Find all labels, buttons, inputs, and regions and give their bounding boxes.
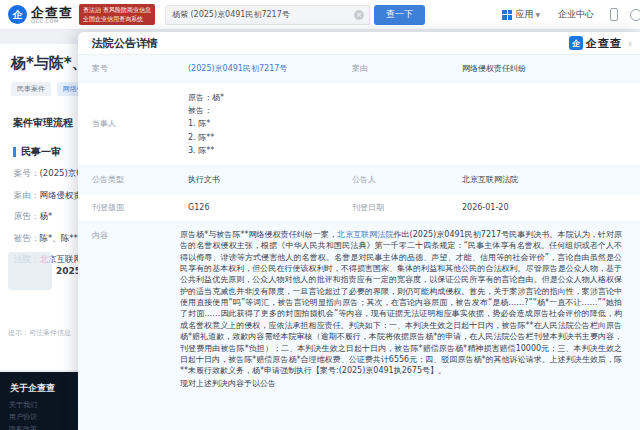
footer-link-terms[interactable]: 用户协议 [9,412,37,422]
footer-title: 关于企查查 [10,382,55,395]
content-label: 内容 [78,222,174,249]
user-avatar-icon[interactable] [630,9,640,21]
row-parties: 当事人 原告：杨* 被告： 1. 陈* 2. 陈** 3. 陈** [78,83,640,166]
court-link[interactable]: 北京互联网法院 [337,230,393,239]
timeline-thumbnail[interactable] [8,252,52,290]
field-plaintiff: 原告：杨* [14,211,52,223]
promo-badge-line1: 查法治 查风险防商业信息 [83,6,151,15]
disclaimer-hint: 提示：司法案件信息 [8,328,71,338]
court-announcement-modal: 法院公告详情 企 企查查 › 案号 (2025)京0491民初7217号 案由 … [78,32,640,430]
content-closing-line: 现对上述判决内容予以公告 [180,378,622,389]
row-type-announcer: 公告类型 执行文书 公告人 北京互联网法院 [78,166,640,194]
type-value: 执行文书 [174,166,338,193]
enterprise-center-link[interactable]: 企业中心 [558,8,594,21]
apps-label: 应用 [515,8,533,21]
page-value: G126 [174,194,338,221]
row-page-date: 刊登版面 G126 刊登日期 2026-01-20 [78,194,640,222]
row-content: 内容 原告杨*与被告陈**网络侵权责任纠纷一案，北京互联网法院作出(2025)京… [78,222,640,430]
chevron-down-icon: ▼ [535,11,540,18]
party-defendant-1: 1. 陈* [188,117,636,130]
cause-label: 案由 [338,55,448,82]
party-plaintiff: 原告：杨* [188,91,636,104]
date-label: 刊登日期 [338,194,448,221]
case-tag-civil[interactable]: 民事案件 [11,82,51,96]
modal-title: 法院公告详情 [92,36,158,51]
logo-text: 企查查 [31,6,73,19]
footer-link-privacy[interactable]: 隐私政策 [9,424,37,430]
mobile-app-icon[interactable] [610,8,618,21]
party-defendant-header: 被告： [188,104,636,117]
content-part1: 原告杨*与被告陈**网络侵权责任纠纷一案， [180,230,337,239]
stage-accent-bar [13,147,16,157]
party-label: 当事人 [78,83,174,165]
qcc-app-icon: 企 [569,36,583,50]
search-input[interactable] [165,5,370,25]
announcer-value: 北京互联网法院 [448,166,640,193]
page-label: 刊登版面 [78,194,174,221]
modal-brand: 企 企查查 › [569,36,632,51]
type-label: 公告类型 [78,166,174,193]
qcc-logo-icon: 企 [8,5,27,24]
party-defendant-3: 3. 陈** [188,144,636,157]
stage-first-instance: 民事一审 [13,145,61,159]
promo-badge: 查法治 查风险防商业信息 全国企业信用查询系统 [79,4,155,25]
brand-name: 企查查 [586,36,622,51]
case-no-link[interactable]: (2025)京0491民初7217号 [188,63,287,74]
cause-value: 网络侵权责任纠纷 [448,55,640,82]
apps-grid-icon [502,10,512,20]
chevron-right-icon[interactable]: › [628,38,632,49]
footer-link-about[interactable]: 关于我们 [9,400,37,410]
case-title: 杨*与陈*、 [11,54,87,73]
announcement-content: 原告杨*与被告陈**网络侵权责任纠纷一案，北京互联网法院作出(2025)京049… [174,222,640,397]
announcer-label: 公告人 [338,166,448,193]
promo-badge-line2: 全国企业信用查询系统 [83,15,151,24]
modal-header: 法院公告详情 企 企查查 › [78,32,640,55]
apps-menu[interactable]: 应用 ▼ [502,8,540,21]
qcc-logo[interactable]: 企 企查查 QCC.COM [8,5,73,24]
party-defendant-2: 2. 陈** [188,131,636,144]
top-navbar: 企 企查查 QCC.COM 查法治 查风险防商业信息 全国企业信用查询系统 × … [0,0,640,30]
case-no-label: 案号 [78,55,174,82]
search-button[interactable]: 查一下 [374,5,425,25]
search-clear-icon[interactable]: × [354,10,364,20]
row-case-no-cause: 案号 (2025)京0491民初7217号 案由 网络侵权责任纠纷 [78,55,640,83]
section-title-proceedings: 案件审理流程 [13,116,73,130]
date-value: 2026-01-20 [448,194,640,221]
content-part2: 作出(2025)京0491民初7217号民事判决书。本院认为，针对原告的名誉权侵… [180,230,622,375]
